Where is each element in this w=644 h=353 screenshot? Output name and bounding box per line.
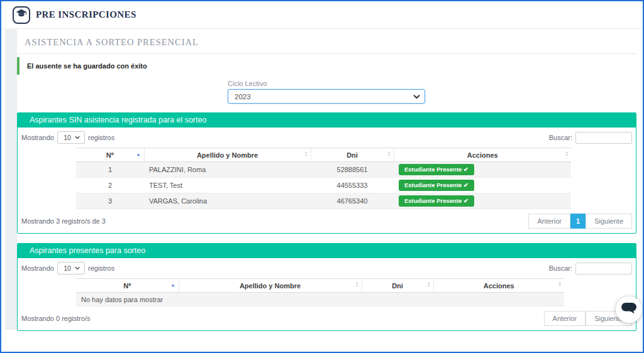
app-window: PRE INSCRIPCIONES ASISTENCIA A SORTEO PR… (0, 0, 644, 353)
app-logo (13, 6, 30, 24)
table-header-row: Nº ▲ Apellido y Nombre ▲▼ Dni ▲▼ Accio (76, 148, 571, 162)
search-input[interactable] (575, 263, 632, 274)
pagination-previous[interactable]: Anterior (528, 214, 570, 229)
panel-presentes: Aspirantes presentes para sorteo Mostran… (17, 243, 636, 331)
table-footer: Mostrando 0 registro/s Anterior Siguient… (18, 307, 636, 330)
table-controls: Mostrando 10 registros Buscar: (18, 258, 636, 276)
page-title: ASISTENCIA A SORTEO PRESENCIAL (17, 30, 636, 54)
sort-ascending-icon: ▲ (136, 152, 141, 156)
buscar-label: Buscar: (549, 264, 572, 272)
check-icon: ✔ (464, 166, 469, 173)
aspirantes-presentes-table: Nº ▲ Apellido y Nombre ▲▼ Dni ▲▼ Accio (76, 278, 564, 307)
cell-nombre: VARGAS, Carolina (144, 193, 311, 209)
column-header-acciones[interactable]: Acciones ▲▼ (394, 148, 571, 162)
sort-icon: ▲▼ (304, 151, 308, 156)
table-header-row: Nº ▲ Apellido y Nombre ▲▼ Dni ▲▼ Accio (76, 279, 564, 293)
table-controls: Mostrando 10 registros Buscar: (18, 128, 636, 146)
pagination-previous[interactable]: Anterior (544, 311, 586, 326)
cell-n: 3 (76, 193, 144, 209)
table-row: 1 PALAZZINI, Roma 52888561 Estudiante Pr… (76, 162, 571, 178)
cell-n: 2 (76, 178, 144, 193)
success-alert: El ausente se ha guardado con éxito (17, 57, 636, 75)
cell-acciones: Estudiante Presente ✔ (394, 193, 571, 209)
buscar-label: Buscar: (549, 134, 572, 141)
column-header-nombre[interactable]: Apellido y Nombre ▲▼ (144, 148, 311, 162)
ciclo-lectivo-select[interactable]: 2023 (228, 89, 425, 104)
table-row: 2 TEST, Test 44555333 Estudiante Present… (76, 178, 571, 193)
ciclo-lectivo-field: Ciclo Lectivo 2023 (228, 80, 425, 104)
ciclo-lectivo-label: Ciclo Lectivo (228, 80, 425, 87)
check-icon: ✔ (464, 197, 469, 204)
mostrando-label: Mostrando (21, 134, 54, 141)
estudiante-presente-button[interactable]: Estudiante Presente ✔ (399, 180, 474, 191)
registros-label: registros (88, 134, 114, 141)
cell-dni: 44555333 (311, 178, 394, 193)
graduation-cap-icon (16, 9, 27, 21)
mostrando-label: Mostrando (21, 264, 54, 272)
estudiante-presente-button[interactable]: Estudiante Presente ✔ (399, 164, 474, 175)
pagination: Anterior 1 Siguiente (528, 214, 632, 229)
sort-icon: ▲▼ (558, 281, 562, 287)
sort-icon: ▲▼ (565, 151, 569, 156)
top-bar: PRE INSCRIPCIONES (1, 1, 643, 29)
table-footer: Mostrando 3 registro/s de 3 Anterior 1 S… (18, 209, 636, 233)
registros-label: registros (88, 264, 114, 272)
cell-nombre: PALAZZINI, Roma (144, 162, 311, 178)
column-header-dni[interactable]: Dni ▲▼ (362, 279, 433, 293)
panel-presentes-title: Aspirantes presentes para sorteo (18, 244, 636, 258)
estudiante-presente-button[interactable]: Estudiante Presente ✔ (399, 195, 474, 207)
sort-icon: ▲▼ (427, 281, 430, 287)
chat-bubble-icon (621, 303, 636, 317)
main-content: ASISTENCIA A SORTEO PRESENCIAL El ausent… (17, 30, 636, 331)
cell-acciones: Estudiante Presente ✔ (394, 178, 571, 193)
app-title: PRE INSCRIPCIONES (36, 9, 136, 20)
column-header-nombre[interactable]: Apellido y Nombre ▲▼ (179, 279, 362, 293)
records-info: Mostrando 0 registro/s (21, 315, 90, 322)
pagination-page-1[interactable]: 1 (570, 214, 586, 229)
check-icon: ✔ (464, 182, 469, 188)
column-header-n[interactable]: Nº ▲ (76, 279, 179, 293)
page-size-select[interactable]: 10 (57, 262, 85, 274)
aspirantes-sin-asistencia-table: Nº ▲ Apellido y Nombre ▲▼ Dni ▲▼ Accio (76, 148, 571, 209)
column-header-dni[interactable]: Dni ▲▼ (311, 148, 394, 162)
sort-icon: ▲▼ (387, 151, 391, 156)
records-info: Mostrando 3 registro/s de 3 (21, 217, 106, 225)
cell-acciones: Estudiante Presente ✔ (394, 162, 571, 178)
panel-sin-asistencia: Aspirantes SIN asistencia registrada par… (17, 112, 636, 234)
cell-dni: 46765340 (311, 193, 394, 209)
column-header-acciones[interactable]: Acciones ▲▼ (433, 279, 564, 293)
table-row: 3 VARGAS, Carolina 46765340 Estudiante P… (76, 193, 571, 209)
cell-n: 1 (76, 162, 144, 178)
sort-ascending-icon: ▲ (171, 283, 175, 287)
empty-message: No hay datos para mostrar (76, 293, 564, 307)
cell-nombre: TEST, Test (144, 178, 311, 193)
page-size-select[interactable]: 10 (57, 131, 85, 144)
sort-icon: ▲▼ (355, 281, 358, 287)
empty-table-row: No hay datos para mostrar (76, 293, 564, 307)
pagination-next[interactable]: Siguiente (586, 214, 632, 229)
search-input[interactable] (575, 132, 632, 144)
panel-sin-asistencia-title: Aspirantes SIN asistencia registrada par… (18, 113, 636, 128)
cell-dni: 52888561 (311, 162, 394, 178)
collapsed-sidebar[interactable] (5, 30, 17, 330)
column-header-n[interactable]: Nº ▲ (76, 148, 144, 162)
chat-launcher-button[interactable] (616, 296, 642, 323)
